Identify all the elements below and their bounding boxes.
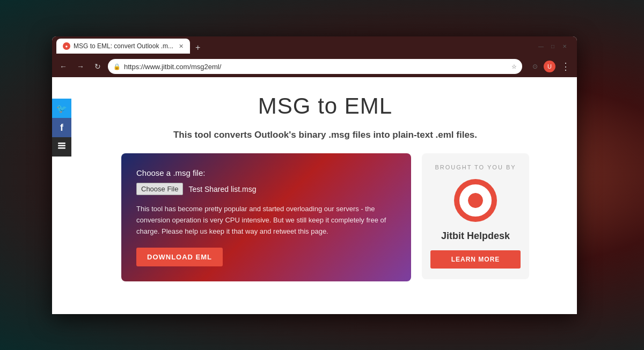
profile-icon[interactable]: U [544, 61, 555, 72]
address-bar[interactable]: 🔒 https://www.jitbit.com/msg2eml/ ☆ [108, 59, 522, 74]
address-bar-row: ← → ↻ 🔒 https://www.jitbit.com/msg2eml/ … [52, 56, 577, 77]
main-card: Choose a .msg file: Choose File Test Sha… [121, 153, 411, 281]
browser-menu-button[interactable]: ⋮ [559, 61, 573, 72]
download-eml-button[interactable]: DOWNLOAD EML [136, 248, 223, 266]
maximize-button[interactable]: □ [549, 42, 557, 50]
new-tab-button[interactable]: + [192, 42, 203, 54]
svg-rect-1 [58, 145, 65, 147]
address-icons: ⊙ U [529, 60, 555, 73]
buffer-share-button[interactable] [52, 137, 71, 157]
tab-close-btn[interactable]: ✕ [179, 43, 184, 50]
info-text: This tool has become pretty popular and … [136, 204, 396, 237]
tabs-bar: ● MSG to EML: convert Outlook .m... ✕ + [56, 39, 535, 54]
brought-label: BROUGHT TO YOU BY [430, 164, 521, 170]
choose-file-button[interactable]: Choose File [136, 183, 183, 195]
buffer-icon [57, 141, 67, 153]
page-content: 🐦 f MSG to EML This tool converts Outloo… [52, 77, 577, 314]
main-page: MSG to EML This tool converts Outlook's … [73, 77, 556, 297]
content-row: Choose a .msg file: Choose File Test Sha… [121, 153, 529, 281]
minimize-button[interactable]: — [537, 42, 545, 50]
forward-button[interactable]: → [74, 59, 87, 73]
file-name: Test Shared list.msg [188, 185, 256, 193]
back-button[interactable]: ← [56, 59, 70, 73]
social-sidebar: 🐦 f [52, 99, 71, 157]
browser-window: ● MSG to EML: convert Outlook .m... ✕ + … [52, 36, 577, 314]
extensions-icon[interactable]: ⊙ [529, 60, 541, 73]
product-logo [454, 179, 497, 222]
twitter-icon: 🐦 [56, 103, 67, 114]
product-name: Jitbit Helpdesk [430, 230, 521, 242]
sidebar-card: BROUGHT TO YOU BY Jitb [422, 153, 529, 279]
lock-icon: 🔒 [113, 63, 121, 70]
svg-rect-0 [58, 143, 65, 144]
title-bar: ● MSG to EML: convert Outlook .m... ✕ + … [52, 36, 577, 56]
life-ring-icon [459, 184, 492, 217]
file-input-row: Choose File Test Shared list.msg [136, 183, 396, 195]
learn-more-button[interactable]: LEARN MORE [430, 250, 521, 269]
window-controls: — □ ✕ [537, 42, 568, 50]
page-subtitle: This tool converts Outlook's binary .msg… [121, 130, 529, 140]
svg-rect-2 [58, 147, 65, 149]
refresh-button[interactable]: ↻ [91, 59, 105, 73]
active-tab[interactable]: ● MSG to EML: convert Outlook .m... ✕ [56, 39, 190, 54]
file-label: Choose a .msg file: [136, 168, 396, 177]
address-text: https://www.jitbit.com/msg2eml/ [124, 63, 508, 71]
twitter-share-button[interactable]: 🐦 [52, 99, 71, 118]
facebook-share-button[interactable]: f [52, 118, 71, 137]
tab-title: MSG to EML: convert Outlook .m... [74, 42, 173, 50]
tab-favicon: ● [63, 42, 70, 50]
facebook-icon: f [60, 122, 63, 133]
close-button[interactable]: ✕ [561, 42, 568, 50]
page-title: MSG to EML [121, 93, 529, 119]
star-icon[interactable]: ☆ [511, 63, 517, 70]
